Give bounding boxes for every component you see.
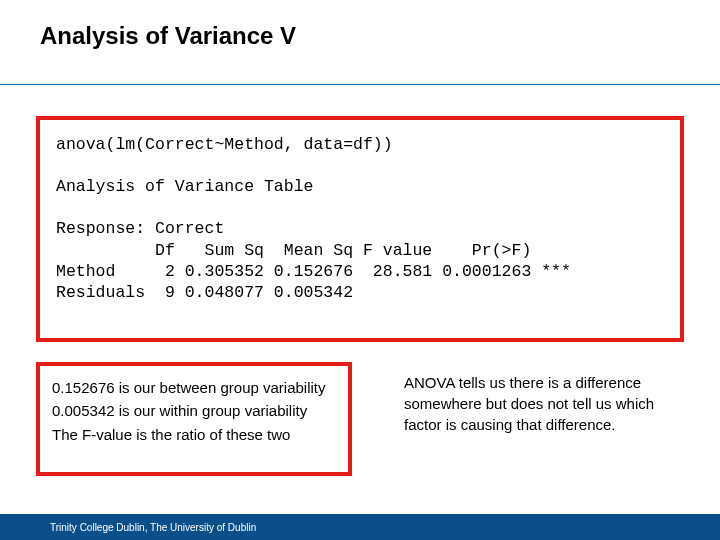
anova-output-box: anova(lm(Correct~Method, data=df)) Analy… <box>36 116 684 342</box>
note-between-variability: 0.152676 is our between group variabilit… <box>52 376 336 399</box>
footer-bar: Trinity College Dublin, The University o… <box>0 514 720 540</box>
code-row-method: Method 2 0.305352 0.152676 28.581 0.0001… <box>56 262 571 281</box>
code-command: anova(lm(Correct~Method, data=df)) <box>56 135 393 154</box>
code-header: Analysis of Variance Table <box>56 177 313 196</box>
variability-notes-box: 0.152676 is our between group variabilit… <box>36 362 352 476</box>
anova-explanation: ANOVA tells us there is a difference som… <box>404 372 688 435</box>
code-response: Response: Correct <box>56 219 224 238</box>
footer-text: Trinity College Dublin, The University o… <box>50 522 256 533</box>
page-title: Analysis of Variance V <box>40 22 296 50</box>
slide: Analysis of Variance V anova(lm(Correct~… <box>0 0 720 540</box>
note-f-value: The F-value is the ratio of these two <box>52 423 336 446</box>
note-within-variability: 0.005342 is our within group variability <box>52 399 336 422</box>
code-row-residuals: Residuals 9 0.048077 0.005342 <box>56 283 353 302</box>
title-divider <box>0 84 720 85</box>
code-columns: Df Sum Sq Mean Sq F value Pr(>F) <box>56 241 531 260</box>
